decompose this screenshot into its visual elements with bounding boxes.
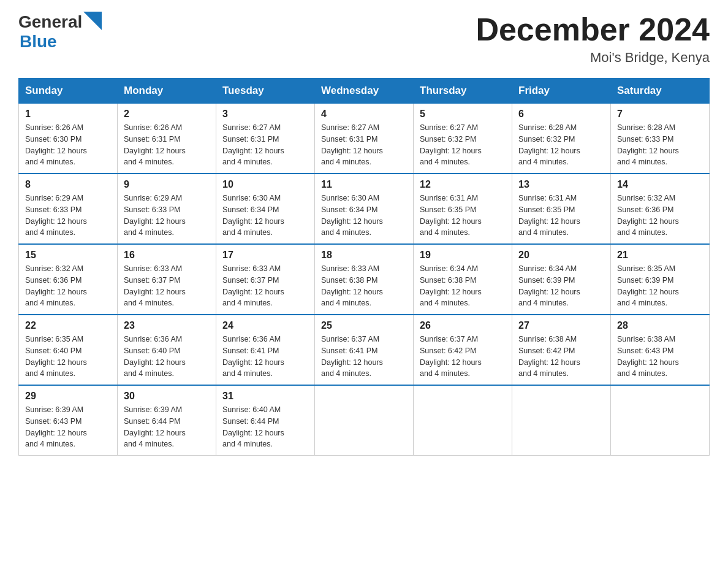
- day-info: Sunrise: 6:34 AM Sunset: 6:38 PM Dayligh…: [420, 263, 506, 309]
- title-block: December 2024 Moi's Bridge, Kenya: [476, 12, 710, 66]
- day-number: 10: [222, 179, 308, 190]
- calendar-cell: 23 Sunrise: 6:36 AM Sunset: 6:40 PM Dayl…: [118, 315, 216, 385]
- day-number: 22: [25, 320, 111, 331]
- day-number: 15: [25, 250, 111, 261]
- calendar-cell: 22 Sunrise: 6:35 AM Sunset: 6:40 PM Dayl…: [19, 315, 118, 385]
- day-info: Sunrise: 6:27 AM Sunset: 6:31 PM Dayligh…: [222, 122, 308, 168]
- day-info: Sunrise: 6:29 AM Sunset: 6:33 PM Dayligh…: [25, 193, 111, 239]
- day-info: Sunrise: 6:35 AM Sunset: 6:40 PM Dayligh…: [25, 334, 111, 380]
- calendar-cell: 29 Sunrise: 6:39 AM Sunset: 6:43 PM Dayl…: [19, 385, 118, 456]
- day-number: 29: [25, 391, 111, 402]
- day-number: 20: [518, 250, 604, 261]
- calendar-cell: 8 Sunrise: 6:29 AM Sunset: 6:33 PM Dayli…: [19, 174, 118, 244]
- day-info: Sunrise: 6:27 AM Sunset: 6:32 PM Dayligh…: [420, 122, 506, 168]
- month-title: December 2024: [476, 12, 710, 47]
- day-number: 24: [222, 320, 308, 331]
- calendar-cell: [315, 385, 414, 456]
- calendar-cell: 11 Sunrise: 6:30 AM Sunset: 6:34 PM Dayl…: [315, 174, 414, 244]
- calendar-cell: 25 Sunrise: 6:37 AM Sunset: 6:41 PM Dayl…: [315, 315, 414, 385]
- day-info: Sunrise: 6:39 AM Sunset: 6:43 PM Dayligh…: [25, 404, 111, 450]
- day-number: 23: [124, 320, 210, 331]
- week-row-2: 8 Sunrise: 6:29 AM Sunset: 6:33 PM Dayli…: [19, 174, 710, 244]
- logo-general: General: [18, 12, 82, 32]
- day-number: 1: [25, 109, 111, 120]
- day-info: Sunrise: 6:37 AM Sunset: 6:42 PM Dayligh…: [420, 334, 506, 380]
- day-info: Sunrise: 6:26 AM Sunset: 6:30 PM Dayligh…: [25, 122, 111, 168]
- calendar-cell: 13 Sunrise: 6:31 AM Sunset: 6:35 PM Dayl…: [512, 174, 611, 244]
- day-number: 17: [222, 250, 308, 261]
- weekday-header-saturday: Saturday: [611, 79, 710, 104]
- calendar-cell: 7 Sunrise: 6:28 AM Sunset: 6:33 PM Dayli…: [611, 104, 710, 174]
- calendar-cell: 3 Sunrise: 6:27 AM Sunset: 6:31 PM Dayli…: [216, 104, 315, 174]
- calendar-cell: 2 Sunrise: 6:26 AM Sunset: 6:31 PM Dayli…: [118, 104, 216, 174]
- day-number: 9: [124, 179, 210, 190]
- day-info: Sunrise: 6:34 AM Sunset: 6:39 PM Dayligh…: [518, 263, 604, 309]
- calendar-cell: 16 Sunrise: 6:33 AM Sunset: 6:37 PM Dayl…: [118, 244, 216, 315]
- day-info: Sunrise: 6:26 AM Sunset: 6:31 PM Dayligh…: [124, 122, 210, 168]
- day-info: Sunrise: 6:33 AM Sunset: 6:37 PM Dayligh…: [124, 263, 210, 309]
- weekday-header-tuesday: Tuesday: [216, 79, 315, 104]
- day-info: Sunrise: 6:28 AM Sunset: 6:32 PM Dayligh…: [518, 122, 604, 168]
- calendar-cell: 27 Sunrise: 6:38 AM Sunset: 6:42 PM Dayl…: [512, 315, 611, 385]
- calendar-cell: 31 Sunrise: 6:40 AM Sunset: 6:44 PM Dayl…: [216, 385, 315, 456]
- calendar-cell: 4 Sunrise: 6:27 AM Sunset: 6:31 PM Dayli…: [315, 104, 414, 174]
- calendar-cell: 28 Sunrise: 6:38 AM Sunset: 6:43 PM Dayl…: [611, 315, 710, 385]
- day-info: Sunrise: 6:38 AM Sunset: 6:43 PM Dayligh…: [617, 334, 703, 380]
- day-number: 25: [321, 320, 407, 331]
- day-info: Sunrise: 6:28 AM Sunset: 6:33 PM Dayligh…: [617, 122, 703, 168]
- day-number: 2: [124, 109, 210, 120]
- weekday-header-monday: Monday: [118, 79, 216, 104]
- calendar-cell: 1 Sunrise: 6:26 AM Sunset: 6:30 PM Dayli…: [19, 104, 118, 174]
- calendar-cell: 19 Sunrise: 6:34 AM Sunset: 6:38 PM Dayl…: [414, 244, 512, 315]
- day-number: 4: [321, 109, 407, 120]
- day-info: Sunrise: 6:33 AM Sunset: 6:38 PM Dayligh…: [321, 263, 407, 309]
- calendar-cell: 21 Sunrise: 6:35 AM Sunset: 6:39 PM Dayl…: [611, 244, 710, 315]
- day-number: 30: [124, 391, 210, 402]
- day-info: Sunrise: 6:40 AM Sunset: 6:44 PM Dayligh…: [222, 404, 308, 450]
- day-info: Sunrise: 6:33 AM Sunset: 6:37 PM Dayligh…: [222, 263, 308, 309]
- weekday-header-friday: Friday: [512, 79, 611, 104]
- svg-marker-0: [83, 12, 102, 30]
- day-number: 19: [420, 250, 506, 261]
- calendar-cell: [611, 385, 710, 456]
- logo-blue: Blue: [20, 32, 102, 52]
- day-number: 18: [321, 250, 407, 261]
- calendar-cell: 12 Sunrise: 6:31 AM Sunset: 6:35 PM Dayl…: [414, 174, 512, 244]
- day-info: Sunrise: 6:36 AM Sunset: 6:41 PM Dayligh…: [222, 334, 308, 380]
- day-number: 12: [420, 179, 506, 190]
- day-info: Sunrise: 6:31 AM Sunset: 6:35 PM Dayligh…: [420, 193, 506, 239]
- week-row-4: 22 Sunrise: 6:35 AM Sunset: 6:40 PM Dayl…: [19, 315, 710, 385]
- day-number: 11: [321, 179, 407, 190]
- day-number: 5: [420, 109, 506, 120]
- calendar-table: SundayMondayTuesdayWednesdayThursdayFrid…: [18, 78, 710, 456]
- weekday-header-row: SundayMondayTuesdayWednesdayThursdayFrid…: [19, 79, 710, 104]
- day-info: Sunrise: 6:35 AM Sunset: 6:39 PM Dayligh…: [617, 263, 703, 309]
- weekday-header-sunday: Sunday: [19, 79, 118, 104]
- day-number: 27: [518, 320, 604, 331]
- day-number: 13: [518, 179, 604, 190]
- day-info: Sunrise: 6:37 AM Sunset: 6:41 PM Dayligh…: [321, 334, 407, 380]
- logo: General Blue: [18, 12, 102, 52]
- calendar-cell: 6 Sunrise: 6:28 AM Sunset: 6:32 PM Dayli…: [512, 104, 611, 174]
- day-info: Sunrise: 6:30 AM Sunset: 6:34 PM Dayligh…: [222, 193, 308, 239]
- weekday-header-thursday: Thursday: [414, 79, 512, 104]
- calendar-cell: [414, 385, 512, 456]
- day-number: 7: [617, 109, 703, 120]
- calendar-cell: 14 Sunrise: 6:32 AM Sunset: 6:36 PM Dayl…: [611, 174, 710, 244]
- calendar-cell: 5 Sunrise: 6:27 AM Sunset: 6:32 PM Dayli…: [414, 104, 512, 174]
- day-info: Sunrise: 6:38 AM Sunset: 6:42 PM Dayligh…: [518, 334, 604, 380]
- location: Moi's Bridge, Kenya: [476, 50, 710, 66]
- calendar-cell: 9 Sunrise: 6:29 AM Sunset: 6:33 PM Dayli…: [118, 174, 216, 244]
- calendar-cell: 17 Sunrise: 6:33 AM Sunset: 6:37 PM Dayl…: [216, 244, 315, 315]
- day-info: Sunrise: 6:31 AM Sunset: 6:35 PM Dayligh…: [518, 193, 604, 239]
- calendar-cell: 10 Sunrise: 6:30 AM Sunset: 6:34 PM Dayl…: [216, 174, 315, 244]
- calendar-cell: 26 Sunrise: 6:37 AM Sunset: 6:42 PM Dayl…: [414, 315, 512, 385]
- day-number: 28: [617, 320, 703, 331]
- day-number: 21: [617, 250, 703, 261]
- day-number: 8: [25, 179, 111, 190]
- day-info: Sunrise: 6:30 AM Sunset: 6:34 PM Dayligh…: [321, 193, 407, 239]
- logo-triangle-icon: [83, 12, 102, 30]
- week-row-3: 15 Sunrise: 6:32 AM Sunset: 6:36 PM Dayl…: [19, 244, 710, 315]
- day-number: 14: [617, 179, 703, 190]
- day-number: 3: [222, 109, 308, 120]
